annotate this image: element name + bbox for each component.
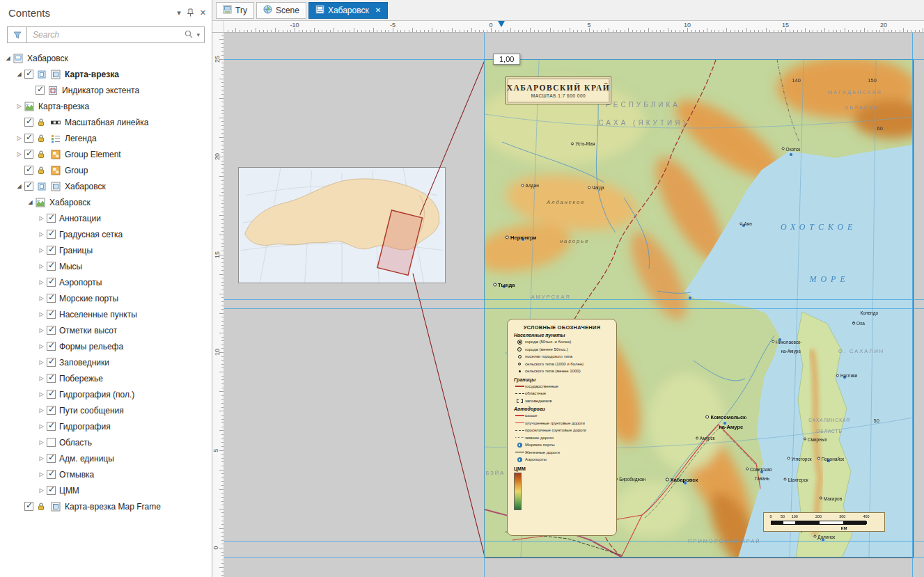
tree-item[interactable]: ▷Отметки высот (0, 322, 212, 338)
guide-vertical[interactable] (484, 33, 485, 577)
visibility-checkbox[interactable] (24, 118, 33, 127)
tree-item[interactable]: ◢Хабаровск (0, 50, 212, 66)
expand-icon[interactable]: ▷ (36, 391, 47, 397)
visibility-checkbox[interactable] (47, 358, 56, 367)
tree-item[interactable]: ▷Гидрография (пол.) (0, 386, 212, 402)
tree-item[interactable]: ◢Хабаровск (0, 178, 212, 194)
visibility-checkbox[interactable] (47, 230, 56, 239)
tree-item[interactable]: ▷Карта-врезка (0, 98, 212, 114)
tab-close-icon[interactable]: ✕ (375, 6, 381, 14)
search-input[interactable] (31, 29, 181, 40)
collapse-icon[interactable]: ◢ (3, 55, 13, 61)
collapse-icon[interactable]: ◢ (14, 71, 24, 77)
tree-item[interactable]: ▷Group Element (0, 146, 212, 162)
tree-item[interactable]: ▷Морские порты (0, 290, 212, 306)
visibility-checkbox[interactable] (47, 438, 56, 447)
collapse-icon[interactable]: ◢ (14, 183, 24, 189)
panel-menu-icon[interactable]: ▾ (177, 8, 181, 17)
tree-item[interactable]: ▷Границы (0, 242, 212, 258)
expand-icon[interactable]: ▷ (36, 231, 47, 237)
collapse-icon[interactable]: ◢ (25, 199, 36, 205)
tree-item[interactable]: ▷Мысы (0, 258, 212, 274)
expand-icon[interactable]: ▷ (14, 135, 24, 141)
visibility-checkbox[interactable] (47, 406, 56, 415)
visibility-checkbox[interactable] (24, 70, 33, 79)
visibility-checkbox[interactable] (47, 470, 56, 479)
tree-item[interactable]: ▷Отмывка (0, 466, 212, 482)
visibility-checkbox[interactable] (24, 150, 33, 159)
scale-bar[interactable]: 050100200300400 КМ (763, 512, 885, 532)
visibility-checkbox[interactable] (24, 166, 33, 175)
visibility-checkbox[interactable] (36, 86, 45, 95)
visibility-checkbox[interactable] (24, 182, 33, 191)
expand-icon[interactable]: ▷ (36, 343, 47, 349)
layout-canvas[interactable]: РЕСПУБЛИКАСАХА (ЯКУТИЯ)МАГАДАНСКАЯОБЛАСТ… (224, 33, 924, 577)
search-icon[interactable] (185, 29, 193, 41)
tree-item[interactable]: ▷Адм. единицы (0, 450, 212, 466)
expand-icon[interactable]: ▷ (36, 279, 47, 285)
guide-horizontal[interactable] (224, 557, 924, 558)
expand-icon[interactable]: ▷ (36, 247, 47, 253)
visibility-checkbox[interactable] (47, 454, 56, 463)
tree-item[interactable]: ◢Карта-врезка (0, 66, 212, 82)
map-legend[interactable]: УСЛОВНЫЕ ОБОЗНАЧЕНИЯ Населенные пунктыго… (507, 319, 617, 536)
visibility-checkbox[interactable] (47, 486, 56, 495)
expand-icon[interactable]: ▷ (36, 407, 47, 413)
view-tab-3[interactable]: Хабаровск✕ (308, 2, 388, 19)
tree-item[interactable]: ▷Гидрография (0, 418, 212, 434)
tree-item[interactable]: ▷Заповедники (0, 354, 212, 370)
expand-icon[interactable]: ▷ (36, 471, 47, 477)
close-icon[interactable]: ✕ (200, 8, 206, 17)
visibility-checkbox[interactable] (47, 422, 56, 431)
tree-item[interactable]: ▷Побережье (0, 370, 212, 386)
visibility-checkbox[interactable] (47, 342, 56, 351)
visibility-checkbox[interactable] (47, 390, 56, 399)
tree-item[interactable]: Масштабная линейка (0, 114, 212, 130)
search-dropdown-icon[interactable]: ▾ (196, 31, 200, 38)
tree-item[interactable]: ▷Населенные пункты (0, 306, 212, 322)
expand-icon[interactable]: ▷ (36, 455, 47, 461)
visibility-checkbox[interactable] (24, 502, 33, 511)
inset-map-frame[interactable] (238, 167, 446, 283)
expand-icon[interactable]: ▷ (14, 151, 24, 157)
expand-icon[interactable]: ▷ (36, 359, 47, 365)
guide-horizontal[interactable] (224, 59, 924, 60)
guide-vertical[interactable] (912, 33, 913, 577)
expand-icon[interactable]: ▷ (36, 263, 47, 269)
expand-icon[interactable]: ▷ (36, 215, 47, 221)
expand-icon[interactable]: ▷ (36, 311, 47, 317)
expand-icon[interactable]: ▷ (36, 423, 47, 429)
tree-item[interactable]: Индикатор экстента (0, 82, 212, 98)
tree-item[interactable]: ▷ЦММ (0, 482, 212, 498)
view-tab-1[interactable]: Try (216, 2, 254, 19)
filter-icon[interactable] (7, 26, 26, 43)
expand-icon[interactable]: ▷ (36, 375, 47, 381)
guide-horizontal[interactable] (224, 541, 924, 542)
tree-item[interactable]: ▷Аэропорты (0, 274, 212, 290)
tree-item[interactable]: ▷Область (0, 434, 212, 450)
visibility-checkbox[interactable] (47, 262, 56, 271)
expand-icon[interactable]: ▷ (14, 103, 24, 109)
visibility-checkbox[interactable] (24, 134, 33, 143)
expand-icon[interactable]: ▷ (36, 439, 47, 445)
tree-item[interactable]: ◢Хабаровск (0, 194, 212, 210)
guide-horizontal[interactable] (224, 308, 924, 309)
tree-item[interactable]: ▷Аннотации (0, 210, 212, 226)
visibility-checkbox[interactable] (47, 214, 56, 223)
visibility-checkbox[interactable] (47, 374, 56, 383)
visibility-checkbox[interactable] (47, 310, 56, 319)
visibility-checkbox[interactable] (47, 246, 56, 255)
tree-item[interactable]: ▷Градусная сетка (0, 226, 212, 242)
expand-icon[interactable]: ▷ (36, 295, 47, 301)
view-tab-2[interactable]: Scene (256, 2, 306, 19)
expand-icon[interactable]: ▷ (36, 327, 47, 333)
tree-item[interactable]: Group (0, 162, 212, 178)
visibility-checkbox[interactable] (47, 278, 56, 287)
visibility-checkbox[interactable] (47, 294, 56, 303)
tree-item[interactable]: ▷Легенда (0, 130, 212, 146)
tree-item[interactable]: ▷Формы рельефа (0, 338, 212, 354)
expand-icon[interactable]: ▷ (36, 487, 47, 493)
map-title-box[interactable]: ХАБАРОВСКИЙ КРАЙ МАСШТАБ 1:7 600 000 (506, 77, 611, 104)
pin-icon[interactable] (187, 8, 194, 17)
guide-horizontal[interactable] (224, 299, 924, 300)
